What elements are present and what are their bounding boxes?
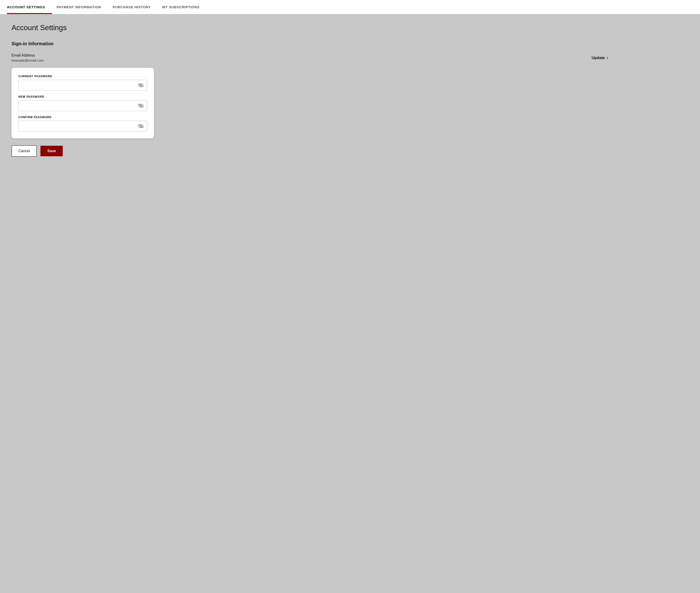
new-password-input[interactable] xyxy=(18,100,147,111)
button-row: Cancel Save xyxy=(11,145,689,157)
update-label: Update xyxy=(591,55,605,60)
current-password-wrapper xyxy=(18,80,147,90)
tab-my-subscriptions[interactable]: MY SUBSCRIPTIONS xyxy=(162,0,206,14)
tab-purchase-history[interactable]: PURCHASE HISTORY xyxy=(113,0,158,14)
update-email-link[interactable]: Update › xyxy=(591,55,608,60)
new-password-toggle-icon[interactable] xyxy=(138,104,144,108)
confirm-password-group: CONFIRM PASSWORD xyxy=(18,116,147,131)
new-password-label: NEW PASSWORD xyxy=(18,95,147,98)
confirm-password-toggle-icon[interactable] xyxy=(138,124,144,128)
tab-account-settings[interactable]: ACCOUNT SETTINGS xyxy=(7,0,52,14)
chevron-right-icon: › xyxy=(607,55,608,60)
signin-section-title: Sign-in Information xyxy=(11,41,689,46)
confirm-password-label: CONFIRM PASSWORD xyxy=(18,116,147,119)
page-title: Account Settings xyxy=(11,24,689,32)
password-card: CURRENT PASSWORD NEW PASSWORD xyxy=(11,68,154,139)
email-value: example@email.com xyxy=(11,58,591,62)
main-content: Account Settings Sign-in Information Ema… xyxy=(0,14,700,166)
confirm-password-wrapper xyxy=(18,121,147,131)
cancel-button[interactable]: Cancel xyxy=(11,145,37,157)
new-password-wrapper xyxy=(18,100,147,111)
current-password-input[interactable] xyxy=(18,80,147,90)
new-password-group: NEW PASSWORD xyxy=(18,95,147,111)
current-password-group: CURRENT PASSWORD xyxy=(18,75,147,90)
save-button[interactable]: Save xyxy=(40,146,63,156)
tab-payment-information[interactable]: PAYMENT INFORMATION xyxy=(56,0,108,14)
current-password-toggle-icon[interactable] xyxy=(138,83,144,87)
confirm-password-input[interactable] xyxy=(18,121,147,131)
current-password-label: CURRENT PASSWORD xyxy=(18,75,147,78)
nav-tabs: ACCOUNT SETTINGS PAYMENT INFORMATION PUR… xyxy=(0,0,700,14)
email-row: Email Address example@email.com Update › xyxy=(11,53,689,62)
email-label: Email Address xyxy=(11,53,591,57)
email-info: Email Address example@email.com xyxy=(11,53,591,62)
